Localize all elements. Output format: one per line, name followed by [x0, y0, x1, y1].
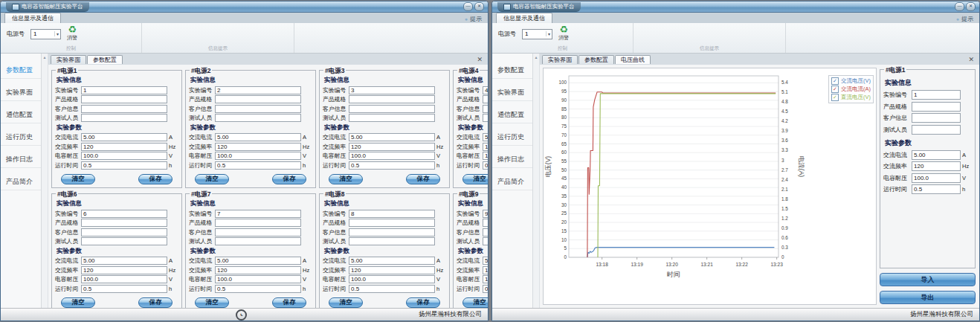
sidebar-item[interactable]: 运行历史	[1, 123, 41, 146]
cap-voltage-input[interactable]	[349, 152, 435, 160]
clear-button[interactable]: 清空	[195, 174, 229, 184]
ac-current-input[interactable]	[349, 257, 435, 265]
close-button[interactable]: ✕	[966, 2, 976, 11]
tester-input[interactable]	[912, 125, 961, 135]
power-no-select[interactable]: 1 ▾	[522, 29, 552, 39]
customer-info-input[interactable]	[81, 228, 167, 236]
ribbon-tab-info-display[interactable]: 信息显示及通信	[4, 13, 61, 23]
ac-current-input[interactable]	[81, 133, 167, 141]
run-time-input[interactable]	[349, 285, 435, 293]
import-button[interactable]: 导入	[880, 273, 976, 286]
cap-voltage-input[interactable]	[349, 275, 435, 283]
customer-info-input[interactable]	[349, 228, 435, 236]
tester-input[interactable]	[81, 237, 167, 245]
sidebar-item[interactable]: 参数配置	[1, 57, 41, 79]
legend-checkbox[interactable]: ✓交流电流(A)	[831, 86, 871, 93]
tab[interactable]: 实验界面	[542, 55, 578, 64]
save-button[interactable]: 保存	[272, 297, 306, 308]
minimize-button[interactable]: —	[463, 2, 473, 11]
help-button[interactable]: ● 提示	[956, 15, 973, 23]
scroll-circle-icon[interactable]: ‹	[236, 309, 247, 321]
ac-freq-input[interactable]	[215, 266, 301, 274]
cap-voltage-input[interactable]	[483, 152, 488, 160]
save-button[interactable]: 保存	[272, 174, 306, 184]
exp-no-input[interactable]	[483, 210, 488, 218]
cap-voltage-input[interactable]	[215, 152, 301, 160]
ac-current-input[interactable]	[215, 133, 301, 141]
run-time-input[interactable]	[215, 285, 301, 293]
ac-freq-input[interactable]	[483, 266, 488, 274]
clear-button[interactable]: 清空	[329, 174, 363, 184]
clear-button[interactable]: 清空	[462, 174, 488, 184]
tab[interactable]: 参数配置	[578, 55, 614, 64]
sidebar-item[interactable]: 实验界面	[492, 79, 532, 101]
product-spec-input[interactable]	[349, 219, 435, 227]
exp-no-input[interactable]	[349, 210, 435, 218]
exp-no-input[interactable]	[912, 90, 961, 100]
sidebar-item[interactable]: 通信配置	[1, 101, 41, 123]
ac-current-input[interactable]	[81, 257, 167, 265]
exp-no-input[interactable]	[483, 86, 488, 94]
legend-checkbox[interactable]: ✓直流电压(V)	[831, 94, 871, 101]
product-spec-input[interactable]	[81, 95, 167, 103]
cap-voltage-input[interactable]	[912, 173, 961, 183]
exp-no-input[interactable]	[349, 86, 435, 94]
sidebar-item[interactable]: 操作日志	[1, 146, 41, 168]
scrollbar[interactable]: ▲	[533, 54, 540, 308]
tab-close-icon[interactable]: ✕	[477, 56, 483, 63]
tester-input[interactable]	[81, 114, 167, 122]
customer-info-input[interactable]	[215, 228, 301, 236]
tab-close-icon[interactable]: ✕	[968, 56, 974, 63]
ac-freq-input[interactable]	[483, 143, 488, 151]
export-button[interactable]: 导出	[880, 291, 976, 304]
cap-voltage-input[interactable]	[483, 275, 488, 283]
ac-current-input[interactable]	[483, 257, 488, 265]
exp-no-input[interactable]	[215, 86, 301, 94]
save-button[interactable]: 保存	[406, 297, 440, 308]
customer-info-input[interactable]	[81, 105, 167, 113]
clear-button[interactable]: 清空	[61, 174, 95, 184]
titlebar[interactable]: 电容器智能耐压实验平台 — ✕	[492, 1, 979, 13]
product-spec-input[interactable]	[215, 219, 301, 227]
clear-button[interactable]: 清空	[462, 297, 488, 308]
tester-input[interactable]	[483, 114, 488, 122]
tester-input[interactable]	[215, 114, 301, 122]
ac-freq-input[interactable]	[912, 161, 961, 171]
ac-current-input[interactable]	[215, 257, 301, 265]
clear-alarm-button[interactable]: ♻ 消警	[67, 25, 77, 42]
titlebar[interactable]: 电容器智能耐压实验平台 — ✕	[1, 1, 488, 13]
sidebar-item[interactable]: 通信配置	[492, 101, 532, 123]
sidebar-item[interactable]: 产品简介	[1, 168, 41, 190]
sidebar-item[interactable]: 运行历史	[492, 123, 532, 146]
help-button[interactable]: ● 提示	[465, 15, 482, 23]
scrollbar[interactable]: ▲	[42, 54, 48, 308]
exp-no-input[interactable]	[81, 86, 167, 94]
sidebar-item[interactable]: 实验界面	[1, 79, 41, 101]
product-spec-input[interactable]	[483, 219, 488, 227]
run-time-input[interactable]	[215, 161, 301, 170]
tab[interactable]: 电压曲线	[615, 55, 651, 64]
run-time-input[interactable]	[349, 161, 435, 170]
product-spec-input[interactable]	[215, 95, 301, 103]
legend-checkbox[interactable]: ✓交流电压(V)	[831, 77, 871, 85]
clear-button[interactable]: 清空	[329, 297, 363, 308]
cap-voltage-input[interactable]	[81, 152, 167, 160]
clear-button[interactable]: 清空	[61, 297, 95, 308]
run-time-input[interactable]	[81, 285, 167, 293]
power-no-select[interactable]: 1 ▾	[30, 29, 61, 39]
product-spec-input[interactable]	[483, 95, 488, 103]
run-time-input[interactable]	[483, 161, 488, 170]
minimize-button[interactable]: —	[955, 2, 964, 11]
sidebar-item[interactable]: 参数配置	[492, 57, 532, 79]
tester-input[interactable]	[483, 237, 488, 245]
clear-alarm-button[interactable]: ♻ 消警	[558, 25, 569, 42]
product-spec-input[interactable]	[81, 219, 167, 227]
run-time-input[interactable]	[483, 285, 488, 293]
product-spec-input[interactable]	[912, 102, 961, 112]
tab[interactable]: 参数配置	[87, 55, 123, 64]
save-button[interactable]: 保存	[138, 297, 173, 308]
customer-info-input[interactable]	[215, 105, 301, 113]
customer-info-input[interactable]	[483, 105, 488, 113]
ac-freq-input[interactable]	[349, 266, 435, 274]
run-time-input[interactable]	[912, 184, 961, 194]
